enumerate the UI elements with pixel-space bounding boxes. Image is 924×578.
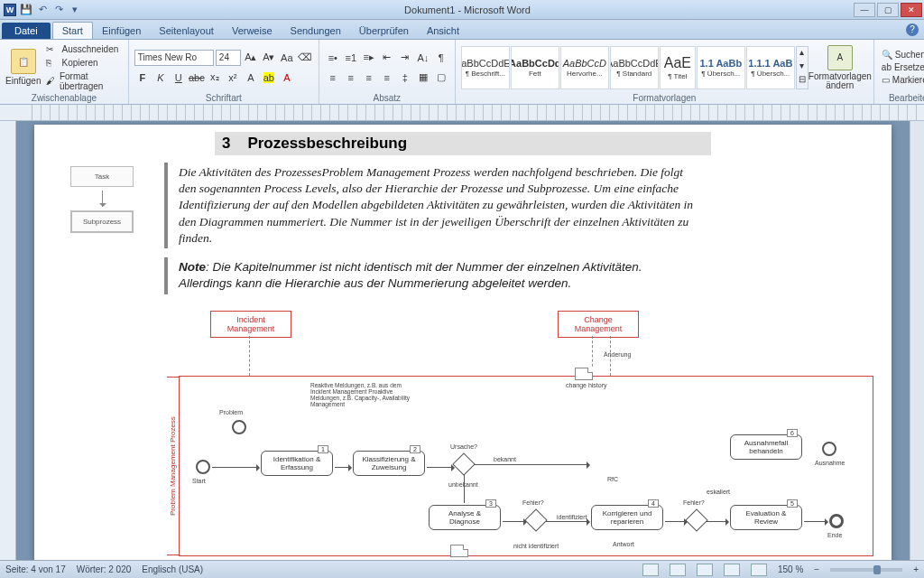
flow-label: Ausnahme (815, 460, 845, 466)
pool-label: Problem Management Prozess (167, 377, 180, 555)
word-count[interactable]: Wörter: 2 020 (77, 564, 132, 574)
start-label: Start (192, 478, 206, 484)
align-center-icon[interactable]: ≡ (343, 70, 359, 86)
sequence-flow (503, 521, 526, 522)
group-clipboard: 📋 Einfügen ✂Ausschneiden ⎘Kopieren 🖌Form… (0, 40, 129, 104)
arrow-down-icon (102, 191, 103, 207)
justify-icon[interactable]: ≡ (379, 70, 395, 86)
fullscreen-view-icon[interactable] (670, 564, 686, 576)
tab-seitenlayout[interactable]: Seitenlayout (150, 23, 223, 39)
copy-icon: ⎘ (46, 58, 59, 69)
outdent-icon[interactable]: ⇤ (379, 50, 395, 66)
change-styles-icon: A (827, 45, 853, 70)
style-item[interactable]: 1.1.1 AaB¶ Übersch... (746, 46, 795, 89)
paragraph-group-label: Absatz (325, 93, 449, 104)
change-case-icon[interactable]: Aa (279, 50, 295, 66)
cut-button[interactable]: ✂Ausschneiden (44, 43, 122, 56)
shrink-font-icon[interactable]: A▾ (261, 50, 277, 66)
tab-verweise[interactable]: Verweise (223, 23, 282, 39)
copy-button[interactable]: ⎘Kopieren (44, 57, 122, 70)
message-flow (249, 336, 250, 376)
font-size-select[interactable]: 24 (216, 50, 241, 66)
group-font: Times New Ro 24 A▴ A▾ Aa ⌫ F K U abc x₂ … (129, 40, 319, 104)
subscript-button[interactable]: x₂ (207, 70, 223, 86)
highlight-icon[interactable]: ab (261, 70, 277, 86)
outline-view-icon[interactable] (724, 564, 740, 576)
style-item[interactable]: 1.1 AaBb¶ Übersch... (697, 46, 745, 89)
qat-menu-icon[interactable]: ▾ (69, 4, 81, 16)
shading-icon[interactable]: ▦ (415, 70, 431, 86)
sort-icon[interactable]: A↓ (415, 50, 431, 66)
language-indicator[interactable]: Englisch (USA) (142, 564, 203, 574)
align-right-icon[interactable]: ≡ (361, 70, 377, 86)
paste-button[interactable]: 📋 Einfügen (5, 43, 41, 92)
vertical-scrollbar[interactable] (910, 121, 924, 560)
bullets-icon[interactable]: ≡• (325, 50, 341, 66)
format-painter-button[interactable]: 🖌Format übertragen (44, 70, 122, 92)
data-label: Antwort (613, 541, 634, 547)
paste-label: Einfügen (5, 76, 41, 86)
gateway-label: Ursache? (450, 443, 477, 450)
save-icon[interactable]: 💾 (20, 4, 32, 16)
tab-einfuegen[interactable]: Einfügen (93, 23, 150, 39)
replace-button[interactable]: abErsetzen (880, 61, 924, 73)
redo-icon[interactable]: ↷ (52, 4, 65, 16)
style-item[interactable]: AaBbCcDdFett (511, 46, 559, 89)
close-button[interactable]: ✕ (901, 3, 922, 17)
numbering-icon[interactable]: ≡1 (343, 50, 359, 66)
grow-font-icon[interactable]: A▴ (243, 50, 259, 66)
line-spacing-icon[interactable]: ‡ (397, 70, 413, 86)
print-layout-view-icon[interactable] (642, 564, 659, 576)
maximize-button[interactable]: ▢ (877, 3, 899, 17)
change-styles-button[interactable]: A Formatvorlagen ändern (812, 43, 868, 92)
task: 6Ausnahmefall behandeln (730, 434, 802, 460)
undo-icon[interactable]: ↶ (36, 4, 49, 16)
sequence-flow (546, 521, 589, 522)
show-marks-icon[interactable]: ¶ (433, 50, 449, 66)
multilevel-icon[interactable]: ≡▸ (361, 50, 377, 66)
page: 3 Prozessbeschreibung Task Subprozess Di… (34, 125, 892, 560)
flow-label: Problem (219, 409, 243, 415)
document-canvas[interactable]: 3 Prozessbeschreibung Task Subprozess Di… (16, 121, 910, 560)
zoom-out-icon[interactable]: − (814, 564, 819, 574)
strikethrough-button[interactable]: abc (189, 70, 205, 86)
vertical-ruler[interactable] (0, 121, 16, 560)
web-layout-view-icon[interactable] (697, 564, 713, 576)
format-painter-label: Format übertragen (60, 71, 121, 91)
select-button[interactable]: ▭Markieren▾ (880, 74, 924, 86)
tab-start[interactable]: Start (52, 22, 93, 39)
indent-icon[interactable]: ⇥ (397, 50, 413, 66)
style-item[interactable]: AaBbCcDHervorhe... (560, 46, 609, 89)
borders-icon[interactable]: ▢ (433, 70, 449, 86)
tab-ansicht[interactable]: Ansicht (418, 23, 468, 39)
zoom-value[interactable]: 150 % (778, 564, 803, 574)
styles-more-icon[interactable]: ▴▾⊟ (796, 46, 808, 89)
sequence-flow (707, 521, 728, 522)
bold-button[interactable]: F (134, 70, 151, 86)
styles-gallery[interactable]: AaBbCcDdEe¶ Beschrift... AaBbCcDdFett Aa… (461, 46, 808, 89)
style-item[interactable]: AaE¶ Titel (660, 46, 696, 89)
start-event (196, 460, 210, 474)
horizontal-ruler[interactable] (0, 105, 924, 121)
file-tab[interactable]: Datei (2, 23, 51, 39)
italic-button[interactable]: K (152, 70, 169, 86)
minimize-button[interactable]: — (854, 3, 875, 17)
align-left-icon[interactable]: ≡ (325, 70, 341, 86)
zoom-slider[interactable] (830, 568, 902, 572)
external-pool: Change Management (558, 311, 639, 338)
help-icon[interactable]: ? (906, 23, 919, 36)
font-color-icon[interactable]: A (279, 70, 295, 86)
style-item[interactable]: AaBbCcDdEe¶ Beschrift... (461, 46, 510, 89)
page-indicator[interactable]: Seite: 4 von 17 (5, 564, 66, 574)
tab-ueberpruefen[interactable]: Überprüfen (350, 23, 418, 39)
zoom-in-icon[interactable]: + (913, 564, 919, 574)
find-button[interactable]: 🔍Suchen▾ (880, 49, 924, 61)
text-effects-icon[interactable]: A (243, 70, 259, 86)
clear-format-icon[interactable]: ⌫ (297, 50, 313, 66)
tab-sendungen[interactable]: Sendungen (282, 23, 350, 39)
superscript-button[interactable]: x² (225, 70, 241, 86)
font-name-select[interactable]: Times New Ro (134, 50, 214, 66)
underline-button[interactable]: U (171, 70, 187, 86)
style-item[interactable]: AaBbCcDdE¶ Standard (610, 46, 659, 89)
draft-view-icon[interactable] (751, 564, 767, 576)
